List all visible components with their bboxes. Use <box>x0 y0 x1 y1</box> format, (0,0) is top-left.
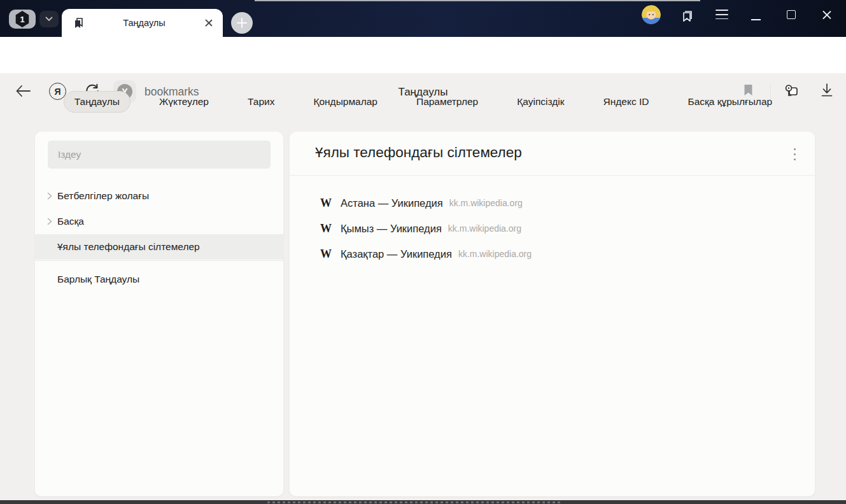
window-close-button[interactable] <box>821 10 832 20</box>
bookmarks-main-panel: Ұялы телефондағы сілтемелер W Астана — У… <box>290 132 815 496</box>
avatar-image <box>642 5 661 24</box>
side-panel-button[interactable] <box>679 8 695 24</box>
folder-header: Ұялы телефондағы сілтемелер <box>290 132 815 175</box>
sidebar-item-other[interactable]: Басқа <box>35 209 283 234</box>
profile-avatar[interactable] <box>642 5 661 24</box>
browser-tab-bookmarks[interactable]: Таңдаулы <box>62 9 223 37</box>
bookmark-list: W Астана — Уикипедия kk.m.wikipedia.org … <box>290 190 815 267</box>
sidebar-divider <box>35 260 283 261</box>
tab-title: Таңдаулы <box>85 18 204 28</box>
wikipedia-favicon-icon: W <box>319 222 333 235</box>
sidebar-item-label: Ұялы телефондағы сілтемелер <box>57 241 200 253</box>
chevron-right-icon <box>47 192 52 200</box>
bookmark-row-astana[interactable]: W Астана — Уикипедия kk.m.wikipedia.org <box>290 190 815 216</box>
sidebar-item-label: Басқа <box>57 216 84 227</box>
background-window-edge <box>255 0 700 1</box>
address-bar: Я Y bookmarks Таңдаулы <box>0 37 846 73</box>
tab-counter-button[interactable]: 1 <box>9 10 36 29</box>
chevron-right-icon <box>47 218 52 225</box>
window-maximize-button[interactable] <box>787 10 796 19</box>
nav-tab-other-devices[interactable]: Басқа құрылғылар <box>677 92 782 112</box>
nav-tab-yandex-id[interactable]: Яндекс ID <box>593 92 659 112</box>
tab-close-icon[interactable] <box>204 18 214 28</box>
sidebar-item-label: Бетбелгілер жолағы <box>57 190 149 202</box>
bookmarks-sidebar: Бетбелгілер жолағы Басқа Ұялы телефондағ… <box>35 132 283 496</box>
browser-menu-button[interactable] <box>716 10 728 20</box>
bookmarks-icon <box>73 17 85 29</box>
new-tab-button[interactable] <box>231 12 253 34</box>
bookmark-row-kymyz[interactable]: W Қымыз — Уикипедия kk.m.wikipedia.org <box>290 216 815 241</box>
wikipedia-favicon-icon: W <box>319 248 333 261</box>
sidebar-item-label: Барлық Таңдаулы <box>57 274 139 285</box>
bookmark-title: Қазақтар — Уикипедия <box>341 248 452 260</box>
tab-count-badge: 1 <box>15 11 30 27</box>
nav-tab-security[interactable]: Қауіпсіздік <box>507 92 574 112</box>
nav-tab-bookmarks[interactable]: Таңдаулы <box>64 91 130 113</box>
settings-nav: Таңдаулы Жүктеулер Тарих Қондырмалар Пар… <box>0 90 846 114</box>
sidebar-item-mobile-links[interactable]: Ұялы телефондағы сілтемелер <box>35 234 283 260</box>
chevron-down-icon <box>45 17 53 22</box>
folder-menu-button[interactable] <box>787 147 803 162</box>
tab-list-chevron-button[interactable] <box>39 11 59 27</box>
header-divider <box>290 175 815 176</box>
wikipedia-favicon-icon: W <box>319 197 333 210</box>
bookmark-url: kk.m.wikipedia.org <box>449 198 523 208</box>
nav-tab-downloads[interactable]: Жүктеулер <box>149 92 219 112</box>
window-minimize-button[interactable] <box>751 19 761 20</box>
bookmark-url: kk.m.wikipedia.org <box>458 249 532 259</box>
taskbar-edge-dashes <box>267 501 560 503</box>
folder-title: Ұялы телефондағы сілтемелер <box>315 144 522 161</box>
sidebar-item-bookmarks-bar[interactable]: Бетбелгілер жолағы <box>35 183 283 209</box>
bookmark-url: kk.m.wikipedia.org <box>448 223 521 234</box>
sidebar-item-all-bookmarks[interactable]: Барлық Таңдаулы <box>35 267 283 292</box>
tab-count: 1 <box>20 15 24 24</box>
search-input[interactable] <box>48 141 271 169</box>
bookmark-title: Астана — Уикипедия <box>341 197 443 209</box>
bookmark-title: Қымыз — Уикипедия <box>341 223 442 235</box>
nav-tab-history[interactable]: Тарих <box>237 92 285 112</box>
nav-tab-extensions[interactable]: Қондырмалар <box>303 92 388 112</box>
panels-bookmark-icon <box>679 8 695 24</box>
bookmark-row-kazakhtar[interactable]: W Қазақтар — Уикипедия kk.m.wikipedia.or… <box>290 241 815 267</box>
nav-tab-settings[interactable]: Параметрлер <box>406 92 488 112</box>
window-titlebar: 1 Таңдаулы <box>0 0 846 37</box>
taskbar-edge <box>0 500 846 504</box>
